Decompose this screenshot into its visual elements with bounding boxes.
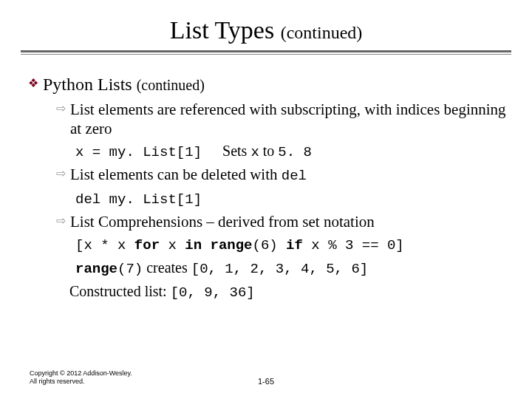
title-block: List Types (continued) xyxy=(21,16,511,44)
title-suffix: (continued) xyxy=(281,23,363,42)
range-list: [0, 1, 2, 3, 4, 5, 6] xyxy=(191,261,368,277)
bullet-2-sub: del my. List[1] xyxy=(75,188,508,209)
bullet-1-text: List elements are referenced with subscr… xyxy=(70,100,508,138)
heading-text: Python Lists (continued) xyxy=(43,74,205,95)
divider-thin xyxy=(21,54,511,55)
content-area: ❖ Python Lists (continued) ⇨ List elemen… xyxy=(21,74,511,302)
constructed-label: Constructed list: xyxy=(69,283,171,299)
kw-range: range xyxy=(210,237,252,253)
bullet-3-line3: Constructed list: [0, 9, 36] xyxy=(69,282,508,302)
heading-main: Python Lists xyxy=(43,75,132,94)
heading-row: ❖ Python Lists (continued) xyxy=(28,74,508,95)
code-snippet: x = my. List[1] xyxy=(75,144,202,160)
arrow-icon: ⇨ xyxy=(56,212,66,230)
slide-title: List Types (continued) xyxy=(170,16,363,44)
bullet-1: ⇨ List elements are referenced with subs… xyxy=(56,100,508,138)
code-tail: x % 3 == 0] xyxy=(303,237,404,253)
bullet-3-line2: range(7) creates [0, 1, 2, 3, 4, 5, 6] xyxy=(75,258,508,279)
bullet-2-prefix: List elements can be deleted with xyxy=(70,166,282,183)
code-mid1: x xyxy=(160,237,185,253)
creates-text: creates xyxy=(143,259,191,276)
kw-range: range xyxy=(75,261,117,277)
kw-if: if xyxy=(286,237,303,253)
kw-in: in xyxy=(185,237,202,253)
code-pre: [x * x xyxy=(75,237,134,253)
explain-val: 5. 8 xyxy=(278,144,312,160)
constructed-list: [0, 9, 36] xyxy=(171,284,255,301)
arrow-icon: ⇨ xyxy=(56,165,66,183)
title-main: List Types xyxy=(170,16,275,44)
bullet-2-text: List elements can be deleted with del xyxy=(70,165,307,185)
kw-for: for xyxy=(134,237,160,253)
explain-prefix: Sets xyxy=(222,143,250,159)
bullet-3-text: List Comprehensions – derived from set n… xyxy=(70,212,375,231)
explain-var: x xyxy=(250,144,259,160)
code-paren1: (6) xyxy=(253,237,287,253)
range-arg: (7) xyxy=(117,261,143,277)
bullet-1-sub: x = my. List[1] Sets x to 5. 8 xyxy=(75,141,508,162)
divider-thick xyxy=(21,50,511,52)
arrow-icon: ⇨ xyxy=(56,100,66,117)
diamond-bullet-icon: ❖ xyxy=(28,74,38,93)
slide: List Types (continued) ❖ Python Lists (c… xyxy=(0,0,532,399)
bullet-3: ⇨ List Comprehensions – derived from set… xyxy=(56,212,508,231)
explain-mid: to xyxy=(259,143,279,159)
bullet-2-code: del xyxy=(282,168,307,184)
code-mid2 xyxy=(202,237,210,253)
bullet-3-code: [x * x for x in range(6) if x % 3 == 0] xyxy=(75,234,508,255)
heading-suffix: (continued) xyxy=(137,77,205,93)
page-number: 1-65 xyxy=(0,377,532,386)
code-snippet: del my. List[1] xyxy=(75,191,202,208)
bullet-2: ⇨ List elements can be deleted with del xyxy=(56,165,508,185)
